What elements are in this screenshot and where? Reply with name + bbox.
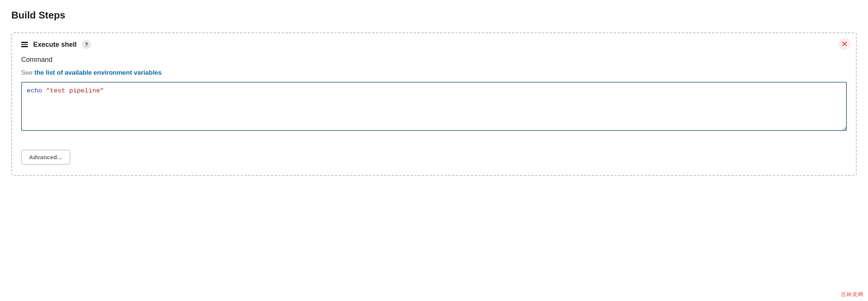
- section-title: Build Steps: [11, 9, 857, 21]
- build-step-panel: Execute shell ? Command See the list of …: [11, 32, 857, 176]
- remove-step-button[interactable]: [839, 38, 851, 50]
- step-header: Execute shell ?: [21, 40, 847, 49]
- code-string: "test pipeline": [46, 87, 104, 94]
- step-title: Execute shell: [33, 41, 77, 49]
- command-label: Command: [21, 56, 847, 64]
- env-vars-link[interactable]: the list of available environment variab…: [34, 69, 162, 76]
- advanced-button[interactable]: Advanced...: [21, 150, 70, 164]
- code-keyword: echo: [27, 87, 42, 94]
- help-icon[interactable]: ?: [82, 40, 91, 49]
- close-icon: [842, 41, 847, 46]
- drag-handle-icon[interactable]: [21, 42, 28, 47]
- command-input[interactable]: echo "test pipeline": [21, 82, 847, 131]
- help-prefix: See: [21, 69, 34, 76]
- help-text: See the list of available environment va…: [21, 69, 847, 77]
